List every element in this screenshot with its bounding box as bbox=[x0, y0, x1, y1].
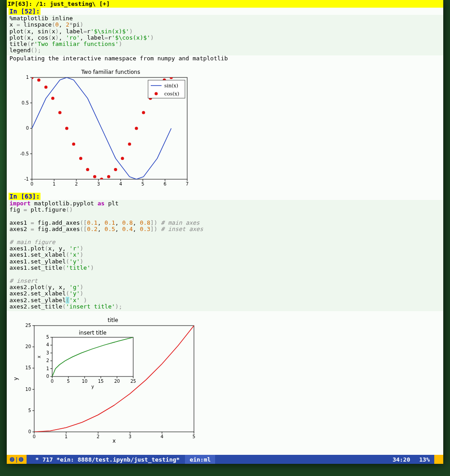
svg-text:2: 2 bbox=[46, 358, 49, 363]
modeline-workspace-indicator[interactable]: ❷|❶ bbox=[7, 455, 27, 464]
svg-text:1: 1 bbox=[26, 75, 29, 80]
cell-1-plot: Two familiar functions01234567-1-0.500.5… bbox=[7, 63, 443, 193]
svg-text:0: 0 bbox=[28, 429, 31, 434]
svg-text:5: 5 bbox=[28, 408, 31, 413]
plot-1-svg: Two familiar functions01234567-1-0.500.5… bbox=[9, 68, 189, 189]
svg-text:3: 3 bbox=[97, 181, 100, 186]
svg-point-34 bbox=[72, 143, 75, 146]
plot-2-svg: title0123450510152025xyinsert title05101… bbox=[9, 316, 198, 446]
svg-text:20: 20 bbox=[25, 344, 31, 349]
svg-text:5: 5 bbox=[193, 434, 195, 439]
svg-text:0: 0 bbox=[46, 374, 49, 379]
svg-text:x: x bbox=[112, 438, 116, 444]
svg-text:0: 0 bbox=[31, 181, 33, 186]
svg-text:0: 0 bbox=[26, 126, 29, 131]
svg-point-43 bbox=[135, 127, 138, 130]
buffer-content[interactable]: In [52]: %matplotlib inline x = linspace… bbox=[7, 8, 443, 455]
svg-text:4: 4 bbox=[161, 434, 163, 439]
modeline-major-mode: ein:ml bbox=[185, 455, 215, 464]
cell-2-prompt: In [63]: bbox=[9, 193, 40, 200]
svg-point-48 bbox=[170, 76, 173, 79]
svg-text:cos(x): cos(x) bbox=[164, 91, 179, 97]
svg-text:4: 4 bbox=[46, 343, 49, 348]
svg-text:Two familiar functions: Two familiar functions bbox=[81, 69, 140, 75]
svg-point-41 bbox=[121, 157, 124, 160]
svg-point-40 bbox=[114, 168, 117, 171]
svg-text:x: x bbox=[36, 356, 41, 358]
svg-text:2: 2 bbox=[75, 181, 77, 186]
svg-text:1: 1 bbox=[65, 434, 68, 439]
modeline: ❷|❶ * 717 *ein: 8888/test.ipynb/just_tes… bbox=[7, 455, 443, 464]
svg-text:insert title: insert title bbox=[79, 330, 107, 336]
svg-point-42 bbox=[128, 143, 131, 146]
modeline-position: 34:20 bbox=[388, 456, 414, 463]
emacs-window: IP[63]: /1: just_testing\ [+] In [52]: %… bbox=[7, 0, 443, 464]
cell-1: In [52]: %matplotlib inline x = linspace… bbox=[7, 8, 443, 193]
svg-point-38 bbox=[100, 178, 103, 181]
svg-point-30 bbox=[45, 86, 48, 89]
svg-text:2: 2 bbox=[97, 434, 99, 439]
svg-point-53 bbox=[155, 92, 158, 95]
svg-text:title: title bbox=[108, 317, 118, 323]
svg-text:5: 5 bbox=[46, 335, 49, 340]
svg-text:25: 25 bbox=[130, 379, 136, 384]
svg-text:20: 20 bbox=[114, 379, 120, 384]
svg-point-44 bbox=[142, 111, 145, 114]
svg-point-36 bbox=[86, 168, 89, 171]
svg-text:5: 5 bbox=[141, 181, 144, 186]
svg-text:y: y bbox=[91, 384, 94, 389]
modeline-buffer-name: * 717 *ein: 8888/test.ipynb/just_testing… bbox=[27, 456, 182, 463]
svg-text:1: 1 bbox=[46, 366, 49, 371]
cell-1-code[interactable]: %matplotlib inline x = linspace(0, 2*pi)… bbox=[7, 15, 443, 55]
svg-point-39 bbox=[107, 175, 110, 178]
svg-text:-1: -1 bbox=[24, 177, 29, 181]
cell-2-plot: title0123450510152025xyinsert title05101… bbox=[7, 311, 443, 450]
modeline-end-block bbox=[434, 455, 443, 464]
svg-text:25: 25 bbox=[25, 323, 31, 328]
svg-text:3: 3 bbox=[46, 350, 49, 355]
cell-1-stdout: Populating the interactive namespace fro… bbox=[7, 55, 443, 63]
svg-text:y: y bbox=[13, 377, 19, 381]
cell-1-prompt: In [52]: bbox=[9, 8, 40, 15]
svg-text:10: 10 bbox=[25, 387, 31, 392]
svg-text:10: 10 bbox=[82, 379, 88, 384]
svg-point-29 bbox=[37, 78, 40, 82]
modeline-percent: 13% bbox=[415, 456, 434, 463]
svg-text:0: 0 bbox=[33, 434, 36, 439]
svg-text:sin(x): sin(x) bbox=[164, 83, 178, 89]
svg-text:3: 3 bbox=[129, 434, 131, 439]
svg-text:7: 7 bbox=[186, 181, 189, 186]
svg-text:-0.5: -0.5 bbox=[20, 151, 29, 156]
svg-text:0.5: 0.5 bbox=[22, 100, 29, 105]
svg-point-31 bbox=[51, 97, 54, 100]
svg-rect-84 bbox=[52, 337, 133, 376]
svg-point-33 bbox=[65, 127, 68, 130]
svg-text:15: 15 bbox=[25, 366, 31, 371]
svg-text:5: 5 bbox=[67, 379, 70, 384]
cell-2: In [63]: import matplotlib.pyplot as plt… bbox=[7, 193, 443, 450]
svg-text:4: 4 bbox=[119, 181, 122, 186]
titlebar: IP[63]: /1: just_testing\ [+] bbox=[7, 0, 443, 8]
svg-text:1: 1 bbox=[53, 181, 55, 186]
svg-point-37 bbox=[93, 175, 96, 178]
svg-point-32 bbox=[58, 111, 62, 114]
svg-text:6: 6 bbox=[164, 181, 166, 186]
svg-text:15: 15 bbox=[98, 379, 104, 384]
svg-text:0: 0 bbox=[51, 379, 54, 384]
cell-2-code[interactable]: import matplotlib.pyplot as plt fig = pl… bbox=[7, 200, 443, 311]
svg-point-35 bbox=[79, 157, 82, 160]
